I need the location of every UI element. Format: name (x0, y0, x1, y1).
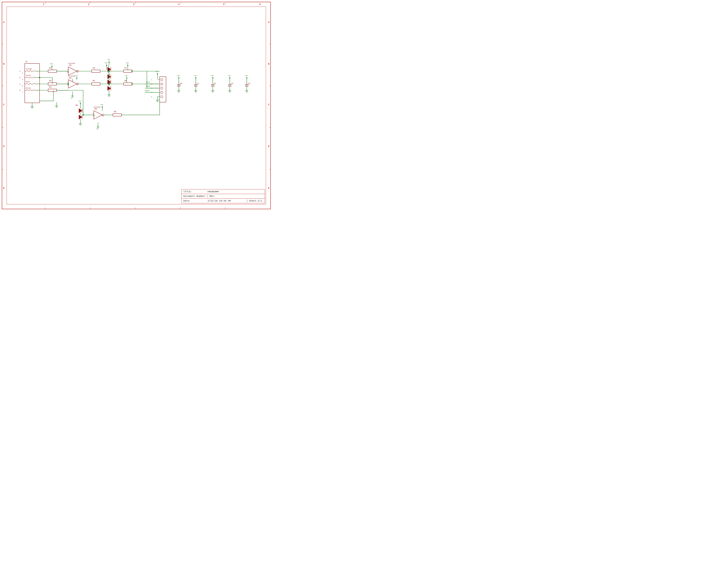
svg-text:+5V: +5V (177, 75, 180, 77)
schematic-page: 1 2 3 4 5 6 A B C D E A B C D E J1 Orang… (0, 0, 273, 211)
svg-marker-99 (76, 77, 77, 78)
title-block: TITLE: receiver Document Number: REV: Da… (181, 189, 265, 203)
svg-text:U$1: U$1 (69, 64, 72, 66)
tick-rowC-right (269, 86, 271, 86)
svg-text:74LVC04: 74LVC04 (68, 63, 75, 64)
svg-point-183 (161, 91, 163, 94)
svg-text:7: 7 (22, 91, 23, 93)
schematic-diagram: J1 Orange 2 Green 6 Blue 4 Brown 8 1 3 5… (7, 7, 266, 198)
svg-text:74LVC04: 74LVC04 (68, 75, 75, 77)
svg-rect-38 (48, 89, 57, 92)
svg-marker-127 (126, 77, 127, 78)
svg-point-184 (161, 96, 163, 98)
svg-point-180 (161, 79, 163, 81)
svg-text:Green: Green (26, 74, 31, 76)
svg-text:+5V: +5V (104, 62, 107, 64)
title-row: TITLE: receiver (182, 189, 265, 194)
title-label: TITLE: (183, 190, 207, 193)
svg-text:2: 2 (19, 71, 20, 72)
svg-text:2: 2 (151, 83, 152, 85)
svg-text:R6: R6 (93, 80, 95, 82)
svg-rect-58 (92, 70, 100, 73)
row-label-C-left: C (3, 103, 5, 106)
row-label-A-left: A (3, 21, 5, 24)
svg-marker-147 (79, 109, 82, 113)
svg-text:2: 2 (102, 115, 103, 117)
svg-point-116 (108, 83, 110, 85)
svg-text:+5V: +5V (125, 75, 128, 77)
svg-point-181 (161, 83, 163, 85)
svg-text:3: 3 (22, 79, 23, 80)
svg-text:5: 5 (22, 85, 23, 87)
svg-rect-104 (92, 83, 100, 85)
svg-text:3: 3 (151, 87, 152, 89)
svg-marker-142 (102, 106, 103, 107)
svg-marker-219 (212, 77, 213, 78)
rev-label: REV: (207, 195, 263, 198)
title-value: receiver (207, 190, 219, 193)
sheet-value: 1/1 (258, 200, 263, 202)
svg-text:m: m (71, 97, 72, 99)
svg-marker-114 (108, 73, 110, 75)
svg-marker-199 (178, 77, 179, 78)
svg-point-85 (131, 71, 133, 72)
svg-text:R1: R1 (49, 67, 51, 69)
col-label-4: 4 (178, 3, 180, 6)
svg-marker-30 (51, 65, 53, 67)
svg-text:R9: R9 (114, 111, 116, 113)
svg-marker-129 (94, 111, 102, 119)
svg-text:+5V: +5V (155, 71, 158, 73)
svg-marker-151 (79, 115, 82, 119)
svg-text:+5V: +5V (245, 75, 248, 77)
svg-text:4: 4 (67, 82, 68, 84)
svg-text:+5V: +5V (228, 75, 231, 77)
svg-text:1: 1 (151, 79, 152, 81)
svg-rect-163 (113, 114, 122, 116)
svg-text:4: 4 (67, 69, 68, 71)
tick-col5-bot (225, 207, 226, 209)
svg-text:4: 4 (93, 113, 94, 114)
svg-text:C1: C1 (197, 83, 199, 85)
svg-rect-26 (48, 70, 57, 73)
tick-col2-bot (90, 207, 90, 209)
svg-point-156 (82, 114, 84, 116)
row-label-B-left: B (3, 63, 5, 65)
tick-col5-top (225, 2, 226, 4)
svg-text:+5V: +5V (126, 62, 129, 64)
date-row: Date: 3/22/18 10:39 AM Sheet: 1/1 (182, 199, 265, 203)
sheet-label: Sheet: (247, 200, 258, 202)
svg-text:U$5: U$5 (94, 108, 97, 110)
date-label: Date: (183, 200, 207, 202)
row-label-B-right: B (268, 63, 269, 65)
svg-rect-79 (124, 70, 132, 73)
svg-marker-186 (157, 73, 158, 74)
svg-text:5: 5 (151, 96, 152, 98)
svg-text:1: 1 (22, 72, 23, 74)
svg-text:Blue: Blue (26, 81, 30, 83)
svg-text:C5: C5 (180, 83, 182, 85)
tick-rowB-right (269, 44, 271, 44)
col-label-6: 6 (259, 3, 261, 6)
svg-marker-83 (127, 64, 128, 66)
svg-point-182 (161, 87, 163, 89)
tick-col1-bot (45, 207, 45, 209)
svg-text:1n: 1n (67, 71, 69, 73)
svg-text:Brown: Brown (26, 87, 31, 89)
svg-marker-45 (68, 67, 77, 76)
svg-marker-154 (80, 102, 81, 104)
svg-text:Orange: Orange (26, 68, 32, 70)
svg-text:+5V: +5V (78, 100, 81, 102)
svg-marker-71 (108, 61, 110, 62)
svg-text:SDIN: SDIN (146, 85, 150, 87)
row-label-D-left: D (3, 145, 5, 148)
tick-rowD-right (269, 127, 271, 128)
svg-text:+5V: +5V (75, 75, 78, 77)
svg-text:+5V: +5V (100, 104, 103, 106)
col-label-1: 1 (43, 3, 44, 6)
svg-text:4: 4 (19, 83, 20, 85)
svg-text:74LVC04: 74LVC04 (93, 106, 101, 108)
svg-text:R5: R5 (76, 104, 78, 107)
svg-text:U$2: U$2 (69, 77, 72, 79)
doc-number-label: Document Number: (183, 195, 207, 198)
svg-text:6: 6 (19, 77, 20, 79)
